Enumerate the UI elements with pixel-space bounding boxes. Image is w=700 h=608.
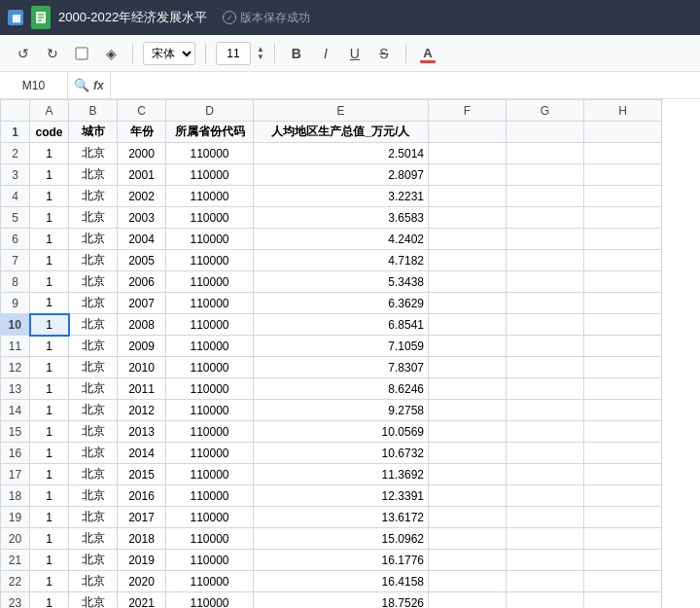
cell-2-e[interactable]: 2.5014 — [254, 143, 429, 164]
cell-16-f[interactable] — [429, 443, 507, 464]
cell-18-g[interactable] — [507, 485, 584, 507]
cell-22-h[interactable] — [584, 571, 662, 592]
cell-15-d[interactable]: 110000 — [166, 421, 254, 443]
cell-3-d[interactable]: 110000 — [166, 164, 254, 186]
paint-format-button[interactable]: ◈ — [99, 42, 122, 65]
cell-13-e[interactable]: 8.6246 — [254, 378, 429, 400]
cell-23-b[interactable]: 北京 — [69, 592, 118, 609]
cell-14-h[interactable] — [584, 400, 662, 421]
cell-8-e[interactable]: 5.3438 — [254, 271, 429, 293]
cell-13-c[interactable]: 2011 — [118, 378, 166, 400]
cell-3-c[interactable]: 2001 — [118, 164, 166, 186]
cell-11-a[interactable]: 1 — [30, 336, 69, 357]
cell-2-f[interactable] — [429, 143, 507, 164]
cell-17-e[interactable]: 11.3692 — [254, 464, 429, 485]
cell-21-g[interactable] — [507, 550, 584, 571]
cell-2-c[interactable]: 2000 — [118, 143, 166, 164]
cell-10-c[interactable]: 2008 — [118, 314, 166, 336]
cell-3-f[interactable] — [429, 164, 507, 186]
cell-13-f[interactable] — [429, 378, 507, 400]
cell-9-h[interactable] — [584, 293, 662, 314]
cell-19-h[interactable] — [584, 507, 662, 528]
cell-3-e[interactable]: 2.8097 — [254, 164, 429, 186]
cell-7-h[interactable] — [584, 250, 662, 271]
cell-7-b[interactable]: 北京 — [69, 250, 118, 271]
cell-17-a[interactable]: 1 — [30, 464, 69, 485]
cell-13-d[interactable]: 110000 — [166, 378, 254, 400]
cell-4-f[interactable] — [429, 186, 507, 207]
cell-17-g[interactable] — [507, 464, 584, 485]
cell-3-b[interactable]: 北京 — [69, 164, 118, 186]
font-size-input[interactable] — [216, 42, 251, 65]
cell-18-e[interactable]: 12.3391 — [254, 485, 429, 507]
clear-format-button[interactable] — [70, 42, 93, 65]
header-code[interactable]: code — [30, 122, 69, 143]
cell-15-f[interactable] — [429, 421, 507, 443]
cell-20-d[interactable]: 110000 — [166, 528, 254, 550]
cell-17-h[interactable] — [584, 464, 662, 485]
cell-8-c[interactable]: 2006 — [118, 271, 166, 293]
cell-22-c[interactable]: 2020 — [118, 571, 166, 592]
cell-4-e[interactable]: 3.2231 — [254, 186, 429, 207]
cell-6-h[interactable] — [584, 229, 662, 250]
cell-4-a[interactable]: 1 — [30, 186, 69, 207]
cell-6-d[interactable]: 110000 — [166, 229, 254, 250]
cell-11-g[interactable] — [507, 336, 584, 357]
cell-19-g[interactable] — [507, 507, 584, 528]
cell-14-f[interactable] — [429, 400, 507, 421]
cell-20-e[interactable]: 15.0962 — [254, 528, 429, 550]
cell-4-g[interactable] — [507, 186, 584, 207]
cell-18-h[interactable] — [584, 485, 662, 507]
header-h[interactable] — [584, 122, 662, 143]
cell-6-f[interactable] — [429, 229, 507, 250]
cell-2-g[interactable] — [507, 143, 584, 164]
cell-22-g[interactable] — [507, 571, 584, 592]
cell-21-a[interactable]: 1 — [30, 550, 69, 571]
cell-9-d[interactable]: 110000 — [166, 293, 254, 314]
bold-button[interactable]: B — [285, 42, 308, 65]
cell-12-b[interactable]: 北京 — [69, 357, 118, 378]
cell-16-d[interactable]: 110000 — [166, 443, 254, 464]
cell-22-e[interactable]: 16.4158 — [254, 571, 429, 592]
redo-button[interactable]: ↻ — [41, 42, 64, 65]
font-family-select[interactable]: 宋体 — [143, 42, 195, 65]
cell-6-b[interactable]: 北京 — [69, 229, 118, 250]
cell-20-b[interactable]: 北京 — [69, 528, 118, 550]
cell-5-b[interactable]: 北京 — [69, 207, 118, 229]
cell-14-e[interactable]: 9.2758 — [254, 400, 429, 421]
cell-16-e[interactable]: 10.6732 — [254, 443, 429, 464]
header-gdp[interactable]: 人均地区生产总值_万元/人 — [254, 122, 429, 143]
cell-7-c[interactable]: 2005 — [118, 250, 166, 271]
col-header-b[interactable]: B — [69, 100, 118, 122]
italic-button[interactable]: I — [314, 42, 337, 65]
cell-23-d[interactable]: 110000 — [166, 592, 254, 609]
cell-16-c[interactable]: 2014 — [118, 443, 166, 464]
cell-23-c[interactable]: 2021 — [118, 592, 166, 609]
cell-17-c[interactable]: 2015 — [118, 464, 166, 485]
cell-23-a[interactable]: 1 — [30, 592, 69, 609]
cell-22-a[interactable]: 1 — [30, 571, 69, 592]
cell-18-f[interactable] — [429, 485, 507, 507]
cell-10-g[interactable] — [507, 314, 584, 336]
cell-21-h[interactable] — [584, 550, 662, 571]
col-header-a[interactable]: A — [30, 100, 69, 122]
cell-14-c[interactable]: 2012 — [118, 400, 166, 421]
col-header-h[interactable]: H — [584, 100, 662, 122]
cell-15-h[interactable] — [584, 421, 662, 443]
undo-button[interactable]: ↺ — [12, 42, 35, 65]
cell-15-a[interactable]: 1 — [30, 421, 69, 443]
cell-12-d[interactable]: 110000 — [166, 357, 254, 378]
cell-19-f[interactable] — [429, 507, 507, 528]
cell-23-f[interactable] — [429, 592, 507, 609]
cell-5-e[interactable]: 3.6583 — [254, 207, 429, 229]
cell-19-a[interactable]: 1 — [30, 507, 69, 528]
cell-23-e[interactable]: 18.7526 — [254, 592, 429, 609]
cell-20-h[interactable] — [584, 528, 662, 550]
cell-13-h[interactable] — [584, 378, 662, 400]
cell-5-g[interactable] — [507, 207, 584, 229]
cell-14-d[interactable]: 110000 — [166, 400, 254, 421]
col-header-f[interactable]: F — [429, 100, 507, 122]
cell-12-e[interactable]: 7.8307 — [254, 357, 429, 378]
cell-16-g[interactable] — [507, 443, 584, 464]
cell-11-h[interactable] — [584, 336, 662, 357]
